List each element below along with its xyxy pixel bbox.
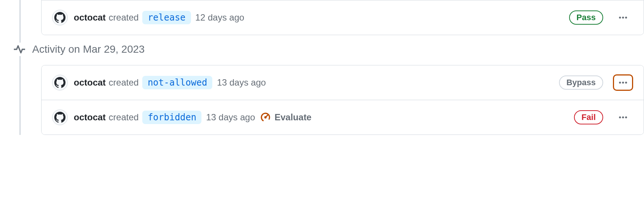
svg-point-1 [622,16,624,18]
activity-timeline: octocat created release 12 days ago Pass… [0,0,644,135]
entry-menu-button[interactable] [613,9,633,26]
status-badge: Fail [574,110,603,124]
activity-entry: octocat created not-allowed 13 days ago … [42,65,644,100]
action-text: created [109,112,139,123]
activity-card-list: octocat created not-allowed 13 days ago … [41,65,644,135]
entry-menu-button[interactable] [613,109,633,126]
relative-time: 13 days ago [206,112,255,123]
ref-tag[interactable]: release [142,11,191,24]
kebab-icon [618,78,628,87]
activity-group: Activity on Mar 29, 2023 octocat created… [15,35,644,135]
entry-description: octocat created forbidden 13 days ago Ev… [74,111,312,124]
kebab-icon [618,112,628,122]
activity-entry: octocat created release 12 days ago Pass [42,0,644,35]
action-text: created [109,12,139,23]
svg-point-5 [625,81,627,83]
entry-menu-button[interactable] [613,74,633,91]
status-badge: Pass [569,10,603,25]
svg-line-8 [265,115,268,117]
activity-group-header: Activity on Mar 29, 2023 [13,35,644,65]
entry-description: octocat created not-allowed 13 days ago [74,76,266,89]
svg-point-4 [622,81,624,83]
relative-time: 12 days ago [195,12,244,23]
gauge-icon [260,112,271,123]
octocat-icon [54,77,66,88]
evaluate-label: Evaluate [274,112,312,123]
status-badge: Bypass [559,75,603,90]
evaluate-mode: Evaluate [260,112,312,123]
action-text: created [109,77,139,88]
svg-point-2 [625,16,627,18]
username-link[interactable]: octocat [74,12,106,23]
username-link[interactable]: octocat [74,77,106,88]
svg-point-11 [625,116,627,118]
activity-group-title: Activity on Mar 29, 2023 [32,43,145,55]
activity-group: octocat created release 12 days ago Pass [15,0,644,35]
relative-time: 13 days ago [217,77,266,88]
svg-point-0 [619,16,621,18]
svg-point-3 [619,81,621,83]
username-link[interactable]: octocat [74,112,106,123]
avatar[interactable] [52,10,68,25]
ref-tag[interactable]: not-allowed [142,76,212,89]
ref-tag[interactable]: forbidden [142,111,201,124]
octocat-icon [54,112,66,123]
activity-card-list: octocat created release 12 days ago Pass [41,0,644,35]
entry-description: octocat created release 12 days ago [74,11,244,24]
svg-point-9 [619,116,621,118]
activity-entry: octocat created forbidden 13 days ago Ev… [42,100,644,135]
avatar[interactable] [52,75,68,90]
svg-point-10 [622,116,624,118]
pulse-icon [13,43,26,56]
kebab-icon [618,13,628,22]
octocat-icon [54,12,66,23]
avatar[interactable] [52,109,68,125]
